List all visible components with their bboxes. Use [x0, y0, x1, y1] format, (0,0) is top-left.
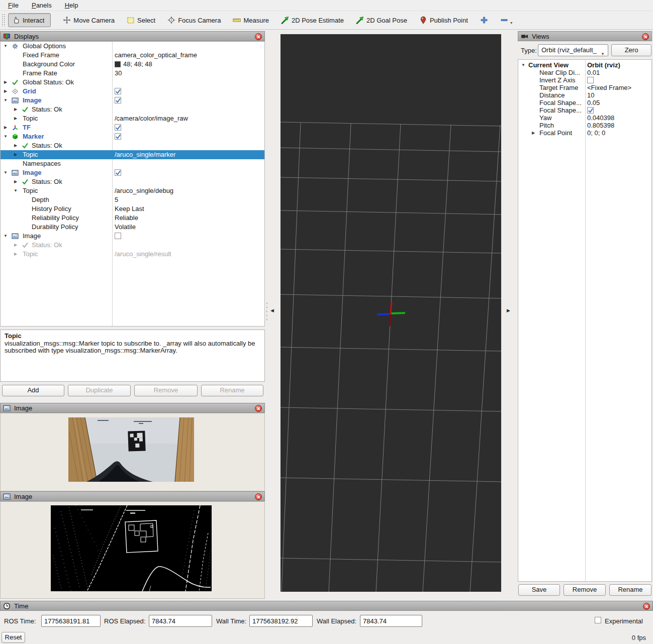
pose-estimate-tool-button[interactable]: 2D Pose Estimate [281, 16, 344, 24]
tree-row-topic-selected[interactable]: ▶ Topic /aruco_single/marker [1, 150, 264, 159]
toolbar-drag-handle[interactable] [2, 14, 5, 27]
expand-arrow[interactable]: ▶ [3, 87, 9, 96]
row-value[interactable]: /aruco_single/debug [115, 186, 173, 195]
row-value[interactable]: camera_color_optical_frame [115, 51, 197, 60]
column-separator[interactable] [585, 60, 586, 581]
measure-tool-button[interactable]: Measure [233, 16, 269, 24]
add-button[interactable]: Add [2, 385, 64, 396]
expand-arrow[interactable]: ▶ [13, 241, 19, 250]
wall-elapsed-input[interactable] [360, 615, 422, 627]
row-value[interactable]: 5 [115, 195, 118, 204]
expand-arrow[interactable]: ▶ [13, 250, 19, 259]
move-camera-tool-button[interactable]: Move Camera [63, 16, 115, 24]
views-row-focal-point[interactable]: ▶ Focal Point 0; 0; 0 [518, 129, 651, 137]
views-remove-button[interactable]: Remove [564, 584, 606, 596]
views-row-distance[interactable]: Distance 10 [518, 91, 651, 99]
focus-camera-tool-button[interactable]: Focus Camera [167, 16, 221, 24]
expand-arrow[interactable]: ▶ [13, 114, 19, 123]
expand-arrow[interactable]: ▶ [13, 105, 19, 114]
tree-row-grid[interactable]: ▶ Grid [1, 87, 264, 96]
expand-arrow[interactable]: ▼ [3, 168, 9, 177]
image-panel-titlebar[interactable]: Image [0, 491, 265, 501]
checkbox-checked[interactable] [587, 107, 594, 114]
close-icon[interactable] [255, 493, 262, 500]
expand-arrow[interactable]: ▶ [3, 123, 9, 132]
row-value[interactable]: <Fixed Frame> [587, 84, 631, 91]
expand-arrow[interactable]: ▶ [3, 78, 9, 87]
expand-arrow[interactable]: ▼ [3, 42, 9, 51]
row-value[interactable]: 0.05 [587, 99, 600, 106]
remove-button[interactable]: Remove [134, 385, 198, 396]
expand-arrow[interactable]: ▶ [13, 141, 19, 150]
row-value[interactable]: /aruco_single/result [115, 250, 171, 259]
select-tool-button[interactable]: Select [127, 16, 155, 24]
close-icon[interactable] [642, 33, 649, 40]
views-row-current-view[interactable]: ▼ Current View Orbit (rviz) [518, 61, 651, 69]
expand-arrow[interactable]: ▼ [3, 96, 9, 105]
collapse-left-icon[interactable]: ◀ [270, 308, 274, 313]
views-row-yaw[interactable]: Yaw 0.040398 [518, 114, 651, 122]
expand-arrow[interactable]: ▼ [13, 186, 19, 195]
tree-row-status[interactable]: ▶ Status: Ok [1, 177, 264, 186]
tree-row-frame-rate[interactable]: Frame Rate 30 [1, 69, 264, 78]
tree-row-history-policy[interactable]: History Policy Keep Last [1, 204, 264, 213]
tree-row-depth[interactable]: Depth 5 [1, 195, 264, 204]
checkbox-checked[interactable] [115, 133, 121, 140]
publish-point-tool-button[interactable]: Publish Point [419, 16, 468, 24]
checkbox-checked[interactable] [115, 88, 121, 94]
tree-row-durability-policy[interactable]: Durability Policy Volatile [1, 223, 264, 232]
tree-row-tf[interactable]: ▶ TF [1, 123, 264, 132]
close-icon[interactable] [643, 603, 650, 610]
row-value[interactable]: 10 [587, 91, 594, 99]
views-rename-button[interactable]: Rename [609, 584, 651, 596]
expand-arrow[interactable]: ▶ [13, 177, 19, 186]
tree-row-global-status[interactable]: ▶ Global Status: Ok [1, 78, 264, 87]
expand-arrow[interactable]: ▶ [13, 150, 19, 159]
wall-time-input[interactable] [249, 615, 313, 627]
save-button[interactable]: Save [518, 584, 560, 596]
close-icon[interactable] [255, 405, 262, 412]
duplicate-button[interactable]: Duplicate [68, 385, 131, 396]
time-titlebar[interactable]: Time [0, 601, 653, 611]
tree-row-fixed-frame[interactable]: Fixed Frame camera_color_optical_frame [1, 51, 264, 60]
tree-row-status-disabled[interactable]: ▶ Status: Ok [1, 241, 264, 250]
view-type-dropdown[interactable]: Orbit (rviz_default_ ▼ [538, 44, 608, 56]
zero-button[interactable]: Zero [611, 44, 651, 56]
expand-arrow[interactable]: ▼ [3, 132, 9, 141]
displays-titlebar[interactable]: Displays [0, 31, 265, 41]
checkbox-unchecked[interactable] [587, 77, 594, 83]
experimental-checkbox[interactable] [595, 617, 601, 623]
expand-arrow[interactable]: ▶ [530, 129, 536, 137]
tree-row-global-options[interactable]: ▼ Global Options [1, 42, 264, 51]
tree-row-marker[interactable]: ▼ Marker [1, 132, 264, 141]
tree-row-reliability-policy[interactable]: Reliability Policy Reliable [1, 213, 264, 223]
row-value[interactable]: 0; 0; 0 [587, 129, 605, 137]
tree-row-image2[interactable]: ▼ Image [1, 168, 264, 177]
row-value[interactable]: Reliable [115, 213, 138, 223]
ros-elapsed-input[interactable] [149, 615, 212, 627]
reset-button[interactable]: Reset [2, 632, 25, 643]
row-value[interactable]: 0.01 [587, 69, 600, 76]
row-value[interactable]: /camera/color/image_raw [115, 114, 188, 123]
views-row-focal-shape-size[interactable]: Focal Shape... 0.05 [518, 99, 651, 106]
image-panel-titlebar[interactable]: Image [0, 403, 265, 413]
views-row-invert-z[interactable]: Invert Z Axis [518, 76, 651, 84]
checkbox-checked[interactable] [115, 169, 121, 176]
tree-row-status[interactable]: ▶ Status: Ok [1, 105, 264, 114]
ros-time-input[interactable] [41, 615, 101, 627]
tree-row-background-color[interactable]: Background Color 48; 48; 48 [1, 60, 264, 69]
row-value[interactable]: 48; 48; 48 [115, 60, 152, 69]
views-row-focal-shape-fixed[interactable]: Focal Shape... [518, 106, 651, 114]
tree-row-namespaces[interactable]: Namespaces [1, 159, 264, 168]
expand-arrow[interactable]: ▼ [3, 232, 9, 241]
tree-row-topic-disabled[interactable]: ▶ Topic /aruco_single/result [1, 250, 264, 259]
tree-row-status[interactable]: ▶ Status: Ok [1, 141, 264, 150]
row-value[interactable]: /aruco_single/marker [115, 150, 175, 159]
add-tool-button[interactable] [480, 16, 488, 24]
interact-tool-button[interactable]: Interact [8, 13, 51, 27]
row-value[interactable]: 0.805398 [587, 122, 614, 129]
checkbox-unchecked[interactable] [115, 233, 121, 239]
close-icon[interactable] [255, 33, 262, 40]
row-value[interactable]: Keep Last [115, 204, 144, 213]
tree-row-image1[interactable]: ▼ Image [1, 96, 264, 105]
